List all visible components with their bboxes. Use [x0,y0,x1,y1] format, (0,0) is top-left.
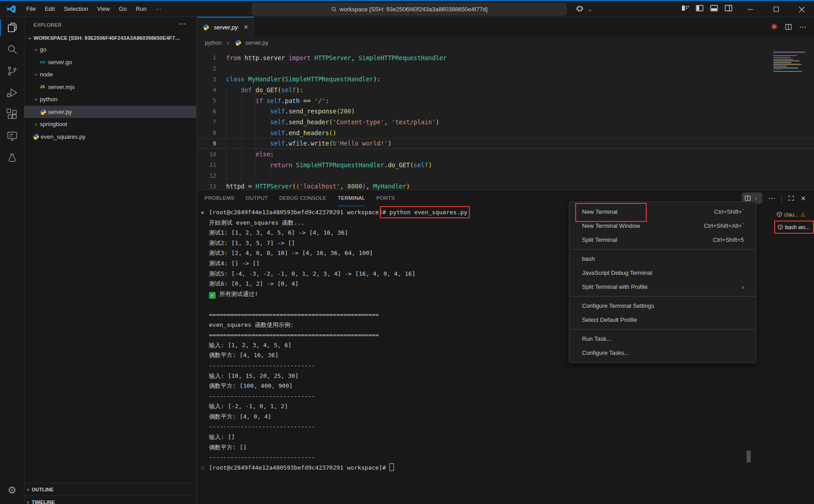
run-debug-icon [6,87,18,99]
menubar-item-more[interactable]: ··· [151,3,166,15]
activitybar-run-debug[interactable] [0,82,24,104]
toggle-panel-icon[interactable] [710,4,719,13]
tree-item-server-mjs[interactable]: JSserver.mjs [24,81,196,94]
python-file-icon [203,24,211,31]
tree-item-node[interactable]: ›node [24,68,196,81]
outline-section[interactable]: › OUTLINE [24,483,196,495]
menubar-item-file[interactable]: File [22,3,40,15]
context-menu-item-select-default-profile[interactable]: Select Default Profile [569,313,756,327]
panel-tab-ports[interactable]: PORTS [376,191,395,206]
code-line-6[interactable]: 6 self.send_response(200) [197,106,814,117]
editor-more-actions-icon[interactable]: ··· [800,24,807,30]
breadcrumb-file[interactable]: server.py [246,40,269,46]
terminal-text: ------------------------------ [209,362,315,369]
code-text: self.send_response(200) [226,108,355,115]
go-file-icon: GO [40,60,48,64]
panel-more-actions-icon[interactable]: ··· [768,195,776,202]
terminal-list-item-clau[interactable]: clau...⚠ [774,208,814,221]
code-line-1[interactable]: 1from http.server import HTTPServer, Sim… [197,52,814,63]
tab-close-icon[interactable]: ✕ [244,24,248,30]
tree-item-server-py[interactable]: server.py [24,106,196,118]
menubar-item-edit[interactable]: Edit [40,3,59,15]
context-menu-label: Configure Tasks... [582,349,629,356]
vscode-logo-icon [6,4,16,14]
window-maximize-button[interactable] [766,2,786,17]
code-line-4[interactable]: 4 def do_GET(self): [197,85,814,95]
toggle-primary-sidebar-icon[interactable] [695,4,704,13]
menubar-item-view[interactable]: View [93,3,114,15]
terminal-text: ========================================… [209,311,379,318]
code-line-8[interactable]: 8 self.end_headers() [197,127,814,138]
activitybar-extensions[interactable] [0,104,24,125]
code-line-2[interactable]: 2 [197,63,814,74]
context-menu-item-run-task[interactable]: Run Task... [569,332,756,346]
context-menu-item-javascript-debug-terminal[interactable]: JavaScript Debug Terminal [569,266,756,280]
explorer-more-actions-icon[interactable]: ··· [179,20,186,27]
tree-item-server-go[interactable]: GOserver.go [24,56,196,69]
activitybar-source-control[interactable] [0,60,24,82]
panel-tab-debug-console[interactable]: DEBUG CONSOLE [279,191,326,206]
code-line-10[interactable]: 10 else: [197,149,814,160]
manage-gear-icon[interactable]: ⚙ [0,481,24,499]
code-text: from http.server import HTTPServer, Simp… [226,54,447,61]
code-line-5[interactable]: 5 if self.path == '/': [197,95,814,106]
terminal-text: 测试4: [] -> [] [209,260,260,267]
tree-item-label: node [40,71,53,78]
context-menu-item-bash[interactable]: bash [569,252,756,266]
python-file-icon [33,133,41,140]
copilot-chevron-icon[interactable]: › [587,7,594,14]
split-editor-icon[interactable] [785,23,792,31]
toggle-secondary-sidebar-icon[interactable] [724,4,733,13]
terminal-scrollbar[interactable] [747,451,751,462]
menubar-item-run[interactable]: Run [131,3,151,15]
code-line-9[interactable]: 9 self.wfile.write(b'Hello world!') [197,138,814,149]
close-panel-icon[interactable]: ✕ [800,195,806,202]
extension-starburst-icon[interactable]: ✳ [771,22,777,32]
code-line-12[interactable]: 12 [197,170,814,181]
breadcrumb[interactable]: python › server.py [197,37,814,49]
terminal-profile-icon [777,224,783,230]
tree-item-go[interactable]: ›go [24,43,196,56]
code-line-7[interactable]: 7 self.send_header('Content-type', 'text… [197,117,814,127]
breadcrumb-folder[interactable]: python [205,40,222,46]
panel-tab-terminal[interactable]: TERMINAL [338,191,365,206]
activitybar-search[interactable] [0,38,24,60]
minimap[interactable] [773,52,809,75]
command-run-decoration-icon[interactable]: ● [201,207,204,218]
terminal-text: 输入: [-2, -1, 0, 1, 2] [209,403,288,410]
context-menu-item-split-terminal[interactable]: Split TerminalCtrl+Shift+5 [569,233,756,247]
context-menu-item-split-terminal-with-profile[interactable]: Split Terminal with Profile› [569,280,756,294]
command-idle-decoration-icon[interactable]: ○ [201,463,204,473]
menubar-item-go[interactable]: Go [114,3,131,15]
tree-item-python[interactable]: ›python [24,93,196,106]
panel-tab-problems[interactable]: PROBLEMS [204,191,234,206]
command-center-search[interactable]: workspace [SSH: 93e2506f40f243a3a8603986… [252,3,567,15]
context-menu-item-new-terminal[interactable]: New TerminalCtrl+Shift+` [569,205,756,219]
customize-layout-icon[interactable] [681,4,690,13]
activitybar-remote-explorer[interactable] [0,125,24,147]
context-menu-item-configure-tasks[interactable]: Configure Tasks... [569,346,756,360]
submenu-arrow-icon: › [742,283,744,291]
tab-server-py[interactable]: server.py ✕ [197,17,254,37]
code-line-3[interactable]: 3class MyHandler(SimpleHTTPRequestHandle… [197,74,814,85]
maximize-panel-icon[interactable] [788,195,795,202]
code-text: class MyHandler(SimpleHTTPRequestHandler… [226,75,380,83]
copilot-icon[interactable] [576,5,584,13]
menubar-item-selection[interactable]: Selection [59,3,92,15]
tree-item-springboot[interactable]: ›springboot [24,118,196,131]
workspace-root-row[interactable]: › WORKSPACE [SSH: 93E2506F40F243A3A86039… [24,33,196,43]
line-number: 2 [197,65,216,72]
code-line-11[interactable]: 11 return SimpleHTTPRequestHandler.do_GE… [197,160,814,170]
timeline-section[interactable]: › TIMELINE [24,495,196,504]
window-close-button[interactable] [791,2,812,17]
code-editor[interactable]: 1from http.server import HTTPServer, Sim… [197,49,814,193]
window-minimize-button[interactable] [740,2,761,17]
tree-item-even-squares-py[interactable]: even_squares.py [24,131,196,143]
context-menu-item-new-terminal-window[interactable]: New Terminal WindowCtrl+Shift+Alt+` [569,219,756,233]
panel-tab-output[interactable]: OUTPUT [246,191,268,206]
activitybar-explorer[interactable] [0,17,24,38]
activitybar-containers[interactable] [0,147,24,169]
code-text: self.send_header('Content-type', 'text/p… [226,118,440,126]
context-menu-item-configure-terminal-settings[interactable]: Configure Terminal Settings [569,299,756,313]
terminal-list-item-bash-wo[interactable]: bash wo... [774,221,814,234]
